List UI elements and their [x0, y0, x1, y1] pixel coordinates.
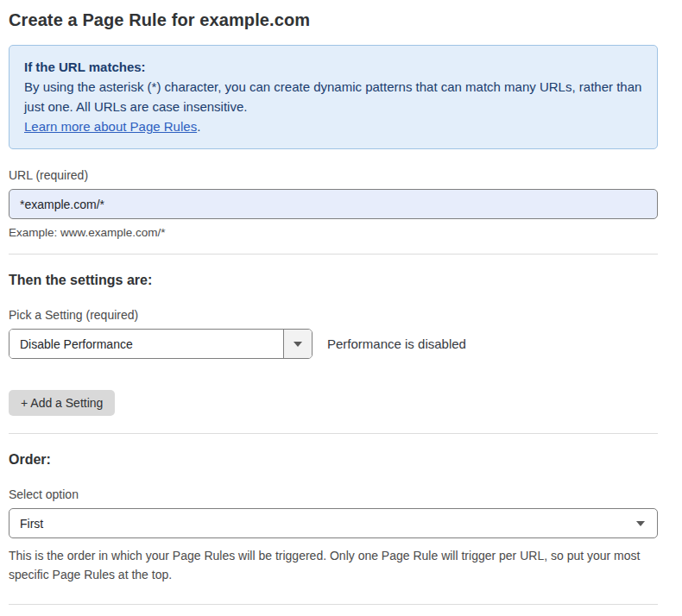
order-dropdown-value: First [20, 517, 43, 531]
info-box-body-text: By using the asterisk (*) character, you… [24, 79, 641, 114]
info-box-heading: If the URL matches: [24, 57, 642, 77]
info-box-body: By using the asterisk (*) character, you… [24, 77, 642, 136]
chevron-down-icon [636, 521, 645, 526]
url-input[interactable] [9, 189, 658, 219]
divider [9, 254, 658, 255]
order-help-text: This is the order in which your Page Rul… [9, 546, 658, 584]
order-dropdown[interactable]: First [9, 508, 658, 538]
setting-row: Disable Performance Performance is disab… [9, 329, 658, 359]
order-section-heading: Order: [9, 452, 658, 468]
divider [9, 604, 658, 605]
add-setting-button[interactable]: + Add a Setting [9, 390, 115, 416]
divider [9, 433, 658, 434]
page-title: Create a Page Rule for example.com [9, 10, 658, 30]
setting-dropdown[interactable]: Disable Performance [9, 329, 313, 359]
setting-dropdown-value: Disable Performance [9, 330, 283, 358]
url-matches-info-box: If the URL matches: By using the asteris… [9, 45, 658, 149]
setting-dropdown-arrow-button[interactable] [283, 330, 312, 358]
setting-status-text: Performance is disabled [327, 336, 466, 351]
learn-more-link[interactable]: Learn more about Page Rules [24, 119, 197, 134]
link-period: . [197, 119, 200, 134]
page-rule-form: Create a Page Rule for example.com If th… [9, 0, 658, 616]
pick-setting-label: Pick a Setting (required) [9, 308, 658, 322]
select-option-label: Select option [9, 487, 658, 501]
chevron-down-icon [294, 342, 302, 347]
url-example-text: Example: www.example.com/* [9, 226, 658, 239]
settings-section-heading: Then the settings are: [9, 273, 658, 288]
url-field-label: URL (required) [9, 168, 658, 182]
